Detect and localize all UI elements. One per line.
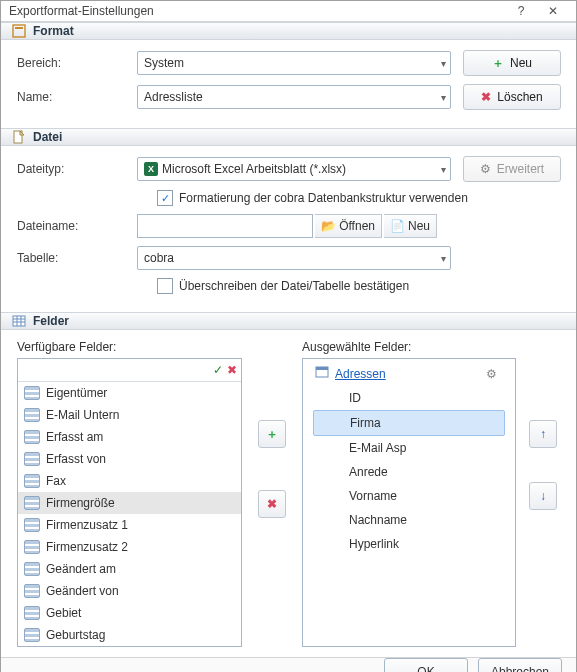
list-item-label: Geändert am: [46, 562, 116, 576]
list-item[interactable]: Erfasst am: [18, 426, 241, 448]
list-item[interactable]: Firmenzusatz 2: [18, 536, 241, 558]
filter-apply-icon[interactable]: ✓: [213, 363, 223, 377]
section-title-datei: Datei: [33, 130, 62, 144]
dateityp-dropdown[interactable]: X Microsoft Excel Arbeitsblatt (*.xlsx) …: [137, 157, 451, 181]
folder-open-icon: 📂: [321, 219, 336, 233]
cancel-button[interactable]: Abbrechen: [478, 658, 562, 672]
column-icon: [24, 452, 40, 466]
list-item[interactable]: Geändert von: [18, 580, 241, 602]
arrow-up-icon: ↑: [540, 427, 546, 441]
ok-label: OK: [417, 665, 434, 672]
help-button[interactable]: ?: [506, 1, 536, 21]
bereich-value: System: [144, 56, 184, 70]
list-item-label: E-Mail Asp: [349, 441, 406, 455]
selected-root-row[interactable]: Adressen ⚙: [309, 365, 509, 386]
chevron-down-icon: ▾: [441, 58, 446, 69]
datei-icon: [11, 129, 27, 145]
new-format-button[interactable]: ＋ Neu: [463, 50, 561, 76]
tabelle-value: cobra: [144, 251, 174, 265]
list-item[interactable]: ID: [309, 386, 509, 410]
svg-rect-9: [316, 367, 328, 370]
name-dropdown[interactable]: Adressliste ▾: [137, 85, 451, 109]
move-up-button[interactable]: ↑: [529, 420, 557, 448]
column-icon: [24, 562, 40, 576]
svg-rect-0: [13, 25, 25, 37]
ueberschreiben-row: Überschreiben der Datei/Tabelle bestätig…: [157, 278, 560, 294]
section-header-datei: Datei: [1, 128, 576, 146]
list-item[interactable]: Geändert am: [18, 558, 241, 580]
window-title: Exportformat-Einstellungen: [9, 4, 504, 18]
list-item[interactable]: Eigentümer: [18, 382, 241, 404]
column-icon: [24, 628, 40, 642]
list-item-label: Nachname: [349, 513, 407, 527]
oeffnen-button[interactable]: 📂 Öffnen: [315, 214, 382, 238]
panel-felder: Verfügbare Felder: ✓ ✖ EigentümerE-Mail …: [1, 330, 576, 657]
list-item-label: Hyperlink: [349, 537, 399, 551]
selected-list-body[interactable]: IDFirmaE-Mail AspAnredeVornameNachnameHy…: [309, 386, 509, 556]
tabelle-dropdown[interactable]: cobra ▾: [137, 246, 451, 270]
panel-format: Bereich: System ▾ ＋ Neu Name: Adresslist…: [1, 40, 576, 128]
filter-clear-icon[interactable]: ✖: [227, 363, 237, 377]
list-item-label: Erfasst am: [46, 430, 103, 444]
available-list-body[interactable]: EigentümerE-Mail UnternErfasst amErfasst…: [18, 382, 241, 646]
remove-icon: ✖: [267, 497, 277, 511]
ok-button[interactable]: OK: [384, 658, 468, 672]
selected-column: Ausgewählte Felder: Adressen ⚙ IDFirmaE-…: [302, 340, 516, 647]
list-item[interactable]: Geburtstag: [18, 624, 241, 646]
selected-root-link[interactable]: Adressen: [335, 367, 386, 381]
dateityp-value: Microsoft Excel Arbeitsblatt (*.xlsx): [162, 162, 346, 176]
filter-input[interactable]: [22, 360, 209, 380]
list-item-label: Anrede: [349, 465, 388, 479]
cancel-label: Abbrechen: [491, 665, 549, 672]
gear-icon: ⚙: [480, 162, 491, 176]
list-item[interactable]: E-Mail Untern: [18, 404, 241, 426]
list-item[interactable]: Vorname: [309, 484, 509, 508]
felder-icon: [11, 313, 27, 329]
list-item[interactable]: E-Mail Asp: [309, 436, 509, 460]
list-item[interactable]: Erfasst von: [18, 448, 241, 470]
name-label: Name:: [17, 90, 137, 104]
bereich-dropdown[interactable]: System ▾: [137, 51, 451, 75]
list-item-label: Firmengröße: [46, 496, 115, 510]
add-field-button[interactable]: ＋: [258, 420, 286, 448]
dateityp-label: Dateityp:: [17, 162, 137, 176]
plus-icon: ＋: [266, 426, 278, 443]
move-down-button[interactable]: ↓: [529, 482, 557, 510]
arrow-down-icon: ↓: [540, 489, 546, 503]
neu-datei-label: Neu: [408, 219, 430, 233]
ueberschreiben-checkbox[interactable]: [157, 278, 173, 294]
file-new-icon: 📄: [390, 219, 405, 233]
available-column: Verfügbare Felder: ✓ ✖ EigentümerE-Mail …: [17, 340, 242, 647]
chevron-down-icon: ▾: [441, 253, 446, 264]
selected-tree: Adressen ⚙ IDFirmaE-Mail AspAnredeVornam…: [303, 359, 515, 562]
list-item-label: Firma: [350, 416, 381, 430]
column-icon: [24, 584, 40, 598]
list-item[interactable]: Hyperlink: [309, 532, 509, 556]
list-item[interactable]: Nachname: [309, 508, 509, 532]
close-button[interactable]: ✕: [538, 1, 568, 21]
delete-icon: ✖: [481, 90, 491, 104]
list-item[interactable]: Anrede: [309, 460, 509, 484]
dateiname-input[interactable]: [137, 214, 313, 238]
list-item[interactable]: Gebiet: [18, 602, 241, 624]
add-remove-column: ＋ ✖: [252, 340, 292, 647]
title-bar: Exportformat-Einstellungen ? ✕: [1, 1, 576, 22]
list-item[interactable]: Firmenzusatz 1: [18, 514, 241, 536]
list-item-label: Geändert von: [46, 584, 119, 598]
list-item[interactable]: Firma: [313, 410, 505, 436]
chevron-down-icon: ▾: [441, 92, 446, 103]
remove-field-button[interactable]: ✖: [258, 490, 286, 518]
format-icon: [11, 23, 27, 39]
list-item[interactable]: Fax: [18, 470, 241, 492]
list-item[interactable]: Firmengröße: [18, 492, 241, 514]
formatierung-checkbox[interactable]: ✓: [157, 190, 173, 206]
delete-format-button[interactable]: ✖ Löschen: [463, 84, 561, 110]
neu-datei-button[interactable]: 📄 Neu: [384, 214, 437, 238]
help-icon: ?: [518, 4, 525, 18]
column-icon: [24, 408, 40, 422]
available-label: Verfügbare Felder:: [17, 340, 242, 354]
section-header-felder: Felder: [1, 312, 576, 330]
dialog-window: Exportformat-Einstellungen ? ✕ Format Be…: [0, 0, 577, 672]
gear-icon[interactable]: ⚙: [486, 367, 497, 381]
erweitert-button[interactable]: ⚙ Erweitert: [463, 156, 561, 182]
